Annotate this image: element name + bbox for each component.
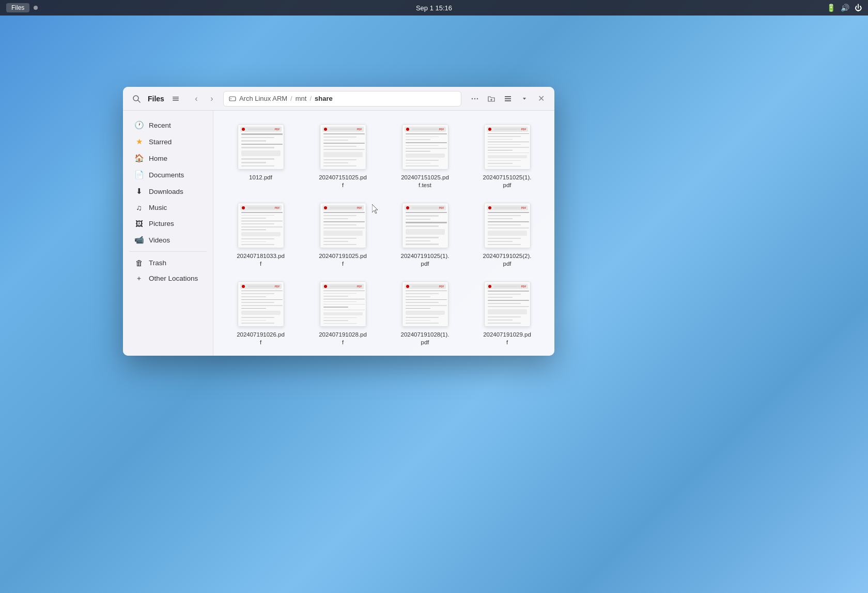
sidebar-label-downloads: Downloads xyxy=(149,188,183,195)
file-item[interactable]: PDF 202407191029.pdf xyxy=(468,276,546,351)
nav-back-button[interactable]: ‹ xyxy=(189,92,204,106)
home-icon: 🏠 xyxy=(134,154,144,163)
sidebar-label-pictures: Pictures xyxy=(149,220,174,227)
system-bar-right: 🔋 🔊 ⏻ xyxy=(827,4,862,12)
sidebar-item-home[interactable]: 🏠 Home xyxy=(126,150,210,166)
file-name: 202407191028(1).pdf xyxy=(400,331,450,346)
file-item[interactable]: PDF 202407151025.pdf xyxy=(304,119,382,193)
file-name: 202407151025(1).pdf xyxy=(483,174,532,189)
file-item[interactable]: PDF 202407191025.pdf xyxy=(304,197,382,272)
sidebar-label-videos: Videos xyxy=(149,236,170,244)
sidebar: 🕐 Recent ★ Starred 🏠 Home 📄 Documents ⬇ … xyxy=(123,111,213,356)
svg-rect-13 xyxy=(505,98,511,99)
downloads-icon: ⬇ xyxy=(134,187,144,196)
videos-icon: 📹 xyxy=(134,235,144,245)
breadcrumb-sep1: / xyxy=(290,95,292,102)
content-area: 🕐 Recent ★ Starred 🏠 Home 📄 Documents ⬇ … xyxy=(123,111,554,356)
menu-button[interactable] xyxy=(168,92,183,106)
sidebar-label-home: Home xyxy=(149,155,167,162)
svg-rect-12 xyxy=(505,96,511,97)
taskbar-files[interactable]: Files xyxy=(6,3,29,12)
file-item[interactable]: PDF 202407151025(1).pdf xyxy=(468,119,546,193)
svg-rect-5 xyxy=(229,97,236,101)
other-locations-icon: + xyxy=(134,275,144,282)
system-bar: Files Sep 1 15:16 🔋 🔊 ⏻ xyxy=(0,0,868,16)
sidebar-divider xyxy=(129,251,207,252)
view-toggle-button[interactable] xyxy=(501,92,515,106)
file-name: 202407181033.pdf xyxy=(236,252,285,268)
file-name: 1012.pdf xyxy=(249,174,272,181)
close-button[interactable]: ✕ xyxy=(534,92,548,106)
file-manager-window: Files ‹ › Arch Linux ARM / mnt / share xyxy=(123,87,554,356)
audio-icon[interactable]: 🔊 xyxy=(841,4,849,12)
file-item[interactable]: PDF 202407191028.pdf xyxy=(304,276,382,351)
file-name: 202407191029.pdf xyxy=(483,331,532,346)
file-name: 202407191025.pdf xyxy=(318,252,367,268)
sidebar-label-documents: Documents xyxy=(149,171,184,179)
more-options-button[interactable] xyxy=(468,92,482,106)
sidebar-label-starred: Starred xyxy=(149,138,172,146)
sidebar-item-trash[interactable]: 🗑 Trash xyxy=(126,255,210,271)
breadcrumb-bar: Arch Linux ARM / mnt / share xyxy=(223,91,461,107)
svg-point-6 xyxy=(230,98,231,99)
sidebar-item-other-locations[interactable]: + Other Locations xyxy=(126,271,210,286)
sidebar-item-recent[interactable]: 🕐 Recent xyxy=(126,117,210,133)
view-dropdown-button[interactable] xyxy=(517,92,532,106)
svg-rect-2 xyxy=(173,97,179,98)
file-name: 202407151025.pdf.test xyxy=(400,174,450,189)
file-name: 202407191025(1).pdf xyxy=(400,252,450,268)
file-item[interactable]: PDF 202407181033.pdf xyxy=(222,197,300,272)
sidebar-label-trash: Trash xyxy=(149,259,166,267)
toolbar: Files ‹ › Arch Linux ARM / mnt / share xyxy=(123,87,554,111)
recent-icon: 🕐 xyxy=(134,120,144,130)
battery-icon[interactable]: 🔋 xyxy=(827,4,835,12)
file-item[interactable]: PDF 1012.pdf xyxy=(222,119,300,193)
svg-rect-4 xyxy=(173,100,179,101)
new-folder-button[interactable] xyxy=(484,92,499,106)
svg-line-1 xyxy=(138,100,140,102)
starred-icon: ★ xyxy=(134,137,144,146)
pictures-icon: 🖼 xyxy=(134,219,144,228)
nav-buttons: ‹ › xyxy=(189,92,219,106)
svg-point-7 xyxy=(472,98,473,99)
sidebar-item-starred[interactable]: ★ Starred xyxy=(126,133,210,150)
power-icon[interactable]: ⏻ xyxy=(855,4,862,12)
svg-rect-3 xyxy=(173,98,179,99)
taskbar-dot xyxy=(34,6,38,10)
file-name: 202407191026.pdf xyxy=(236,331,285,346)
breadcrumb-current: share xyxy=(315,95,333,102)
sidebar-item-music[interactable]: ♫ Music xyxy=(126,200,210,216)
sidebar-item-documents[interactable]: 📄 Documents xyxy=(126,166,210,183)
documents-icon: 📄 xyxy=(134,170,144,179)
file-item[interactable]: PDF 202407191028(1).pdf xyxy=(386,276,464,351)
file-name: 202407151025.pdf xyxy=(318,174,367,189)
sidebar-item-pictures[interactable]: 🖼 Pictures xyxy=(126,216,210,232)
sidebar-label-music: Music xyxy=(149,204,167,211)
system-datetime: Sep 1 15:16 xyxy=(416,4,452,12)
system-bar-left: Files xyxy=(6,3,38,12)
file-item[interactable]: PDF 202407191025(2).pdf xyxy=(468,197,546,272)
svg-rect-14 xyxy=(505,100,511,101)
breadcrumb-sep2: / xyxy=(309,95,312,102)
music-icon: ♫ xyxy=(134,203,144,212)
file-name: 202407191025(2).pdf xyxy=(483,252,532,268)
toolbar-actions: ✕ xyxy=(468,92,548,106)
drive-icon xyxy=(229,95,236,102)
file-grid: PDF 1012.pdf PDF 202407151025.pdf PDF 20… xyxy=(213,111,554,356)
trash-icon: 🗑 xyxy=(134,259,144,267)
file-name: 202407191028.pdf xyxy=(318,331,367,346)
sidebar-item-videos[interactable]: 📹 Videos xyxy=(126,232,210,248)
breadcrumb-root[interactable]: Arch Linux ARM xyxy=(239,95,287,102)
svg-point-8 xyxy=(474,98,475,99)
sidebar-item-downloads[interactable]: ⬇ Downloads xyxy=(126,183,210,200)
svg-point-9 xyxy=(477,98,478,99)
breadcrumb-part1[interactable]: mnt xyxy=(296,95,307,102)
file-item[interactable]: PDF 202407151025.pdf.test xyxy=(386,119,464,193)
nav-forward-button[interactable]: › xyxy=(205,92,219,106)
sidebar-label-recent: Recent xyxy=(149,121,171,129)
sidebar-label-other-locations: Other Locations xyxy=(149,275,198,282)
search-button[interactable] xyxy=(129,92,144,106)
app-title: Files xyxy=(148,95,164,103)
file-item[interactable]: PDF 202407191026.pdf xyxy=(222,276,300,351)
file-item[interactable]: PDF 202407191025(1).pdf xyxy=(386,197,464,272)
